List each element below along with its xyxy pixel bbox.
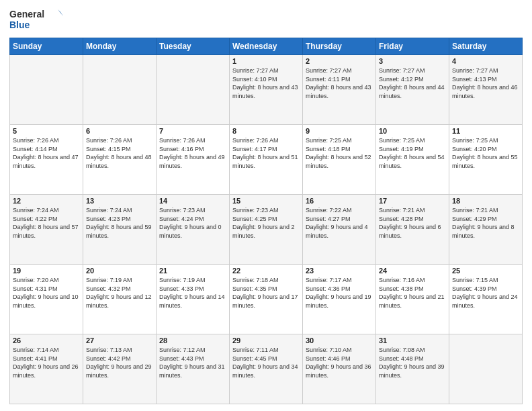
- day-info: Sunrise: 7:19 AM Sunset: 4:32 PM Dayligh…: [86, 276, 153, 310]
- day-number: 3: [379, 57, 446, 65]
- calendar-cell: 26Sunrise: 7:14 AM Sunset: 4:41 PM Dayli…: [10, 334, 83, 404]
- day-info: Sunrise: 7:10 AM Sunset: 4:46 PM Dayligh…: [306, 346, 373, 379]
- day-number: 21: [159, 267, 226, 275]
- calendar-cell: 11Sunrise: 7:25 AM Sunset: 4:20 PM Dayli…: [449, 125, 523, 195]
- calendar-cell: 17Sunrise: 7:21 AM Sunset: 4:28 PM Dayli…: [376, 195, 449, 265]
- calendar-cell: 8Sunrise: 7:26 AM Sunset: 4:17 PM Daylig…: [230, 125, 303, 195]
- calendar-cell: 29Sunrise: 7:11 AM Sunset: 4:45 PM Dayli…: [230, 334, 303, 404]
- day-info: Sunrise: 7:15 AM Sunset: 4:39 PM Dayligh…: [452, 276, 519, 310]
- calendar-cell: 18Sunrise: 7:21 AM Sunset: 4:29 PM Dayli…: [449, 195, 523, 265]
- calendar-cell: 5Sunrise: 7:26 AM Sunset: 4:14 PM Daylig…: [10, 125, 83, 195]
- day-of-week-header: Wednesday: [230, 38, 303, 55]
- calendar-cell: [10, 55, 83, 125]
- day-number: 12: [13, 197, 80, 205]
- day-info: Sunrise: 7:25 AM Sunset: 4:20 PM Dayligh…: [452, 136, 519, 170]
- calendar-cell: 4Sunrise: 7:27 AM Sunset: 4:13 PM Daylig…: [449, 55, 523, 125]
- day-number: 17: [379, 197, 446, 205]
- svg-text:Blue: Blue: [9, 19, 30, 30]
- calendar-cell: 19Sunrise: 7:20 AM Sunset: 4:31 PM Dayli…: [10, 265, 83, 334]
- day-info: Sunrise: 7:26 AM Sunset: 4:17 PM Dayligh…: [232, 136, 300, 170]
- day-number: 25: [452, 267, 519, 275]
- day-number: 10: [379, 127, 446, 135]
- day-info: Sunrise: 7:26 AM Sunset: 4:15 PM Dayligh…: [86, 136, 153, 170]
- day-info: Sunrise: 7:17 AM Sunset: 4:36 PM Dayligh…: [306, 276, 373, 310]
- day-info: Sunrise: 7:26 AM Sunset: 4:16 PM Dayligh…: [159, 136, 226, 170]
- day-info: Sunrise: 7:14 AM Sunset: 4:41 PM Dayligh…: [13, 346, 80, 379]
- day-info: Sunrise: 7:12 AM Sunset: 4:43 PM Dayligh…: [159, 346, 226, 379]
- calendar-table: SundayMondayTuesdayWednesdayThursdayFrid…: [9, 38, 523, 404]
- day-info: Sunrise: 7:16 AM Sunset: 4:38 PM Dayligh…: [379, 276, 446, 310]
- day-number: 22: [232, 267, 300, 275]
- day-number: 28: [159, 336, 226, 345]
- calendar-cell: [449, 334, 523, 404]
- calendar-cell: 2Sunrise: 7:27 AM Sunset: 4:11 PM Daylig…: [303, 55, 376, 125]
- day-number: 18: [452, 197, 519, 205]
- day-info: Sunrise: 7:21 AM Sunset: 4:28 PM Dayligh…: [379, 206, 446, 240]
- day-number: 1: [232, 57, 300, 65]
- calendar-cell: 21Sunrise: 7:19 AM Sunset: 4:33 PM Dayli…: [157, 265, 230, 334]
- day-number: 29: [232, 336, 300, 345]
- calendar-cell: 15Sunrise: 7:23 AM Sunset: 4:25 PM Dayli…: [230, 195, 303, 265]
- day-info: Sunrise: 7:18 AM Sunset: 4:35 PM Dayligh…: [232, 276, 300, 310]
- calendar-cell: 14Sunrise: 7:23 AM Sunset: 4:24 PM Dayli…: [157, 195, 230, 265]
- day-number: 6: [86, 127, 153, 135]
- day-info: Sunrise: 7:20 AM Sunset: 4:31 PM Dayligh…: [13, 276, 80, 310]
- day-number: 27: [86, 336, 153, 345]
- calendar-cell: 23Sunrise: 7:17 AM Sunset: 4:36 PM Dayli…: [303, 265, 376, 334]
- calendar-cell: 20Sunrise: 7:19 AM Sunset: 4:32 PM Dayli…: [83, 265, 157, 334]
- day-of-week-header: Saturday: [449, 38, 523, 55]
- day-info: Sunrise: 7:27 AM Sunset: 4:11 PM Dayligh…: [306, 66, 373, 100]
- day-number: 8: [232, 127, 300, 135]
- day-of-week-header: Sunday: [10, 38, 83, 55]
- calendar-header-row: SundayMondayTuesdayWednesdayThursdayFrid…: [10, 38, 523, 55]
- day-number: 11: [452, 127, 519, 135]
- calendar-cell: [157, 55, 230, 125]
- day-info: Sunrise: 7:24 AM Sunset: 4:22 PM Dayligh…: [13, 206, 80, 240]
- day-info: Sunrise: 7:26 AM Sunset: 4:14 PM Dayligh…: [13, 136, 80, 170]
- day-number: 23: [306, 267, 373, 275]
- calendar-cell: 24Sunrise: 7:16 AM Sunset: 4:38 PM Dayli…: [376, 265, 449, 334]
- day-of-week-header: Friday: [376, 38, 449, 55]
- day-info: Sunrise: 7:25 AM Sunset: 4:18 PM Dayligh…: [306, 136, 373, 170]
- calendar-week-row: 26Sunrise: 7:14 AM Sunset: 4:41 PM Dayli…: [10, 334, 523, 404]
- svg-marker-2: [58, 9, 63, 16]
- day-number: 15: [232, 197, 300, 205]
- calendar-cell: 7Sunrise: 7:26 AM Sunset: 4:16 PM Daylig…: [157, 125, 230, 195]
- day-number: 5: [13, 127, 80, 135]
- day-info: Sunrise: 7:21 AM Sunset: 4:29 PM Dayligh…: [452, 206, 519, 240]
- day-info: Sunrise: 7:19 AM Sunset: 4:33 PM Dayligh…: [159, 276, 226, 310]
- day-number: 16: [306, 197, 373, 205]
- calendar-week-row: 1Sunrise: 7:27 AM Sunset: 4:10 PM Daylig…: [10, 55, 523, 125]
- calendar-cell: 31Sunrise: 7:08 AM Sunset: 4:48 PM Dayli…: [376, 334, 449, 404]
- svg-text:General: General: [9, 9, 44, 19]
- calendar-week-row: 12Sunrise: 7:24 AM Sunset: 4:22 PM Dayli…: [10, 195, 523, 265]
- day-info: Sunrise: 7:24 AM Sunset: 4:23 PM Dayligh…: [86, 206, 153, 240]
- calendar-cell: 1Sunrise: 7:27 AM Sunset: 4:10 PM Daylig…: [230, 55, 303, 125]
- calendar-cell: [83, 55, 157, 125]
- day-info: Sunrise: 7:27 AM Sunset: 4:13 PM Dayligh…: [452, 66, 519, 100]
- calendar-cell: 16Sunrise: 7:22 AM Sunset: 4:27 PM Dayli…: [303, 195, 376, 265]
- day-of-week-header: Monday: [83, 38, 157, 55]
- day-number: 9: [306, 127, 373, 135]
- calendar-cell: 10Sunrise: 7:25 AM Sunset: 4:19 PM Dayli…: [376, 125, 449, 195]
- day-info: Sunrise: 7:27 AM Sunset: 4:10 PM Dayligh…: [232, 66, 300, 100]
- calendar-cell: 27Sunrise: 7:13 AM Sunset: 4:42 PM Dayli…: [83, 334, 157, 404]
- day-number: 19: [13, 267, 80, 275]
- logo-svg: General Blue: [9, 7, 63, 34]
- day-info: Sunrise: 7:22 AM Sunset: 4:27 PM Dayligh…: [306, 206, 373, 240]
- day-number: 31: [379, 336, 446, 345]
- calendar-cell: 28Sunrise: 7:12 AM Sunset: 4:43 PM Dayli…: [157, 334, 230, 404]
- logo: General Blue: [9, 7, 63, 34]
- day-number: 2: [306, 57, 373, 65]
- calendar-week-row: 5Sunrise: 7:26 AM Sunset: 4:14 PM Daylig…: [10, 125, 523, 195]
- calendar-cell: 3Sunrise: 7:27 AM Sunset: 4:12 PM Daylig…: [376, 55, 449, 125]
- day-of-week-header: Thursday: [303, 38, 376, 55]
- day-info: Sunrise: 7:27 AM Sunset: 4:12 PM Dayligh…: [379, 66, 446, 100]
- calendar-cell: 6Sunrise: 7:26 AM Sunset: 4:15 PM Daylig…: [83, 125, 157, 195]
- calendar-cell: 13Sunrise: 7:24 AM Sunset: 4:23 PM Dayli…: [83, 195, 157, 265]
- day-number: 4: [452, 57, 519, 65]
- day-info: Sunrise: 7:23 AM Sunset: 4:24 PM Dayligh…: [159, 206, 226, 240]
- day-info: Sunrise: 7:25 AM Sunset: 4:19 PM Dayligh…: [379, 136, 446, 170]
- day-number: 13: [86, 197, 153, 205]
- day-info: Sunrise: 7:23 AM Sunset: 4:25 PM Dayligh…: [232, 206, 300, 240]
